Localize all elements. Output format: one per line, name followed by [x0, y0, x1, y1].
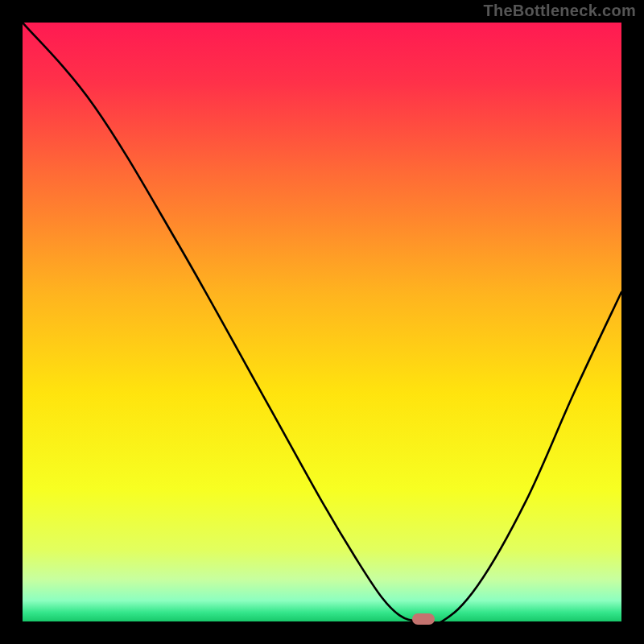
plot-area: [23, 23, 621, 621]
chart-frame: TheBottleneck.com: [0, 0, 644, 644]
watermark-text: TheBottleneck.com: [483, 2, 636, 20]
optimal-marker: [412, 613, 435, 625]
gradient-background: [23, 23, 621, 621]
plot-svg: [23, 23, 621, 621]
